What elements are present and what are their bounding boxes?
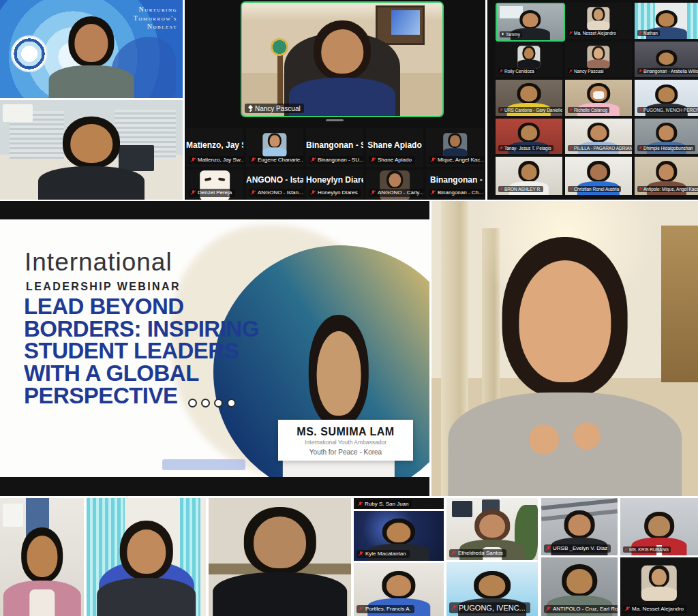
- video-tile-pink-jacket-man[interactable]: [0, 498, 84, 616]
- video-tile-christian[interactable]: Christian Ronel Austria: [565, 157, 632, 195]
- participant-tile-matienzo[interactable]: Matienzo, Jay S... Matienzo, Jay Sw...: [186, 128, 243, 167]
- video-tile-blue-curtain-man[interactable]: [87, 498, 206, 616]
- participant-name: Ma. Nesset Alejandro: [632, 606, 684, 613]
- video-tile-tanay[interactable]: Tanay- Jesus T. Pelagio: [496, 119, 562, 154]
- slide-title-line: STUDENT LEADERS: [24, 340, 259, 363]
- video-tile-dhimple[interactable]: Dhimple Hidalgobunshan: [635, 119, 698, 154]
- avatar-tile-nesset[interactable]: Ma. Nesset Alejandro: [565, 3, 632, 39]
- video-tile-woman-blazer[interactable]: [209, 498, 351, 616]
- panel-shared-slide: International LEADERSHIP WEBINAR LEAD BE…: [0, 201, 429, 496]
- participant-name: Dhimple Hidalgobunshan: [643, 146, 693, 151]
- avatar-tile-rolly[interactable]: Rolly Cenidoza: [496, 42, 562, 77]
- video-tile-kyle[interactable]: Kyle Macatantan: [354, 511, 444, 561]
- avatar-tile-nancy[interactable]: Nancy Pascual: [565, 42, 632, 77]
- participant-tile-angono-ista[interactable]: ANGONO - Ista... ANGONO - Istan...: [246, 170, 303, 200]
- participant-tile-mique[interactable]: Mique, Angel Kac...: [426, 128, 484, 167]
- participant-tile-honeylyn[interactable]: Honeylyn Diares Honeylyn Diares: [306, 170, 363, 200]
- video-tile-urs-cardona[interactable]: URS Cardona - Gary Danielle Campo: [496, 80, 562, 116]
- video-tile-tammy[interactable]: Tammy: [496, 3, 565, 42]
- speaker-card-role: International Youth Ambassador: [278, 439, 413, 446]
- avatar-tile-nesset-bottom[interactable]: Ma. Nesset Alejandro: [620, 557, 698, 616]
- video-tile-ruby-sliver[interactable]: Ruby S. San Juan: [354, 498, 444, 509]
- video-tile-antipolo-cruz[interactable]: ANTIPOLO - Cruz, Earl Ron: [541, 557, 618, 616]
- participant-tile-shane[interactable]: Shane Apiado Shane Apiado: [366, 128, 423, 167]
- muted-mic-icon: [311, 190, 316, 196]
- participant-name: Portiles, Francis A.: [365, 606, 411, 613]
- participant-name: Christian Ronel Austria: [574, 187, 619, 191]
- video-tile-ursb-evelyn[interactable]: URSB _Evelyn V. Diaz: [541, 498, 618, 555]
- muted-mic-icon: [569, 146, 573, 150]
- video-tile-richelle[interactable]: Richelle Calanog: [565, 80, 632, 116]
- video-tile-pugong[interactable]: PUGONG, IVENC...: [446, 562, 538, 616]
- muted-mic-icon: [624, 547, 628, 551]
- figure: [215, 507, 345, 616]
- muted-mic-icon: [569, 108, 573, 112]
- participant-name: Matienzo, Jay Sw...: [198, 157, 243, 164]
- video-tile-portiles[interactable]: Portiles, Francis A.: [354, 563, 444, 616]
- video-tile-host-blue-bg[interactable]: Nurturing Tomorrow's Noblest: [0, 0, 183, 98]
- muted-mic-icon: [569, 31, 573, 35]
- video-tile-pugong-percival[interactable]: PUGONG, IVENCH PERCIVAL B.: [635, 80, 698, 116]
- video-tile-nancy-pascual[interactable]: Nancy Pascual: [241, 1, 444, 117]
- speaker-card: MS. SUMIMA LAM International Youth Ambas…: [278, 420, 413, 461]
- slide-title: LEAD BEYOND BORDERS: INSPIRING STUDENT L…: [24, 296, 259, 407]
- participant-big-name: Binangonan -: [426, 175, 484, 185]
- participant-name: Ma. Nesset Alejandro: [574, 31, 616, 35]
- banner-line-3: Noblest: [134, 22, 177, 31]
- muted-mic-icon: [569, 187, 573, 191]
- panel-gallery-right: Tammy Ma. Nesset Alejandro Nathan Rolly …: [487, 0, 698, 200]
- participant-name: Nathan: [643, 31, 658, 35]
- participant-tile-eugene[interactable]: Eugene Chanarie...: [246, 128, 303, 167]
- avatar: [517, 46, 540, 68]
- muted-mic-icon: [359, 551, 363, 557]
- video-tile-nathan[interactable]: Nathan: [635, 3, 698, 39]
- participant-tile-binangonan-ch[interactable]: Binangonan - Binangonan - Ch...: [426, 170, 484, 200]
- avatar: [443, 133, 468, 157]
- dot: [201, 399, 210, 407]
- video-tile-arabella[interactable]: Binangonan - Arabella Williams (she/: [635, 42, 698, 77]
- muted-mic-icon: [546, 606, 551, 613]
- participant-name: Shane Apiado: [378, 157, 412, 164]
- muted-mic-icon: [625, 606, 630, 613]
- office-man-figure: [40, 117, 142, 200]
- muted-mic-icon: [500, 187, 503, 191]
- curtain-right: [687, 3, 698, 39]
- mic-on-icon: [501, 32, 504, 36]
- gallery-resize-handle[interactable]: [326, 119, 344, 121]
- muted-mic-icon: [371, 190, 376, 196]
- video-tile-sumima-live[interactable]: [431, 201, 698, 496]
- video-tile-office-man[interactable]: [0, 100, 183, 200]
- muted-mic-icon: [431, 157, 436, 164]
- participant-big-name: Matienzo, Jay S...: [186, 140, 243, 150]
- participant-name: Binangonan - Arabella Williams (she/: [643, 69, 698, 74]
- video-tile-etheldreda[interactable]: Etheldreda Santos: [446, 498, 538, 560]
- participant-name: Rolly Cenidoza: [504, 69, 534, 74]
- muted-mic-icon: [546, 546, 551, 552]
- sumima-live-figure: [453, 237, 678, 496]
- muted-mic-icon: [452, 604, 457, 611]
- muted-mic-icon: [639, 146, 642, 150]
- participant-tile-binangonan-s[interactable]: Binangonan - S... Binangonan - SU...: [306, 128, 363, 167]
- speaker-name: Nancy Pascual: [255, 105, 301, 112]
- participant-tile-angono-carly[interactable]: ANGONO - Carly...: [366, 170, 423, 200]
- slide-canvas: International LEADERSHIP WEBINAR LEAD BE…: [0, 219, 429, 477]
- figure: [99, 521, 194, 616]
- muted-mic-icon: [639, 187, 642, 191]
- name-label: Nancy Pascual: [245, 104, 304, 113]
- panel-speaker-view: Nancy Pascual Matienzo, Jay S... Matienz…: [185, 0, 485, 200]
- participant-name: BRON ASHLEY R.: [504, 187, 541, 191]
- ceiling-beam: [541, 498, 618, 510]
- slide-title-line: BORDERS: INSPIRING: [24, 318, 259, 341]
- participant-tile-denzel[interactable]: Denzel Pereja: [186, 170, 243, 200]
- muted-mic-icon: [639, 31, 642, 35]
- participant-big-name: Honeylyn Diares: [306, 175, 363, 185]
- banner-line-2: Tomorrow's: [134, 14, 177, 23]
- video-tile-antipolo-mique[interactable]: Antipolo: Mique, Angel Kacey: [635, 157, 698, 195]
- speaker-card-name: MS. SUMIMA LAM: [278, 426, 413, 438]
- slide-subkicker: LEADERSHIP WEBINAR: [26, 281, 181, 293]
- video-tile-kris-rubang[interactable]: MS. KRIS RUBANG: [620, 498, 698, 555]
- participant-name: Etheldreda Santos: [458, 551, 503, 557]
- video-tile-bron[interactable]: BRON ASHLEY R.: [496, 157, 562, 195]
- muted-mic-icon: [639, 69, 642, 73]
- video-tile-pililla[interactable]: PILILLA - PAGARAO ADRIAN OLIVER: [565, 119, 632, 154]
